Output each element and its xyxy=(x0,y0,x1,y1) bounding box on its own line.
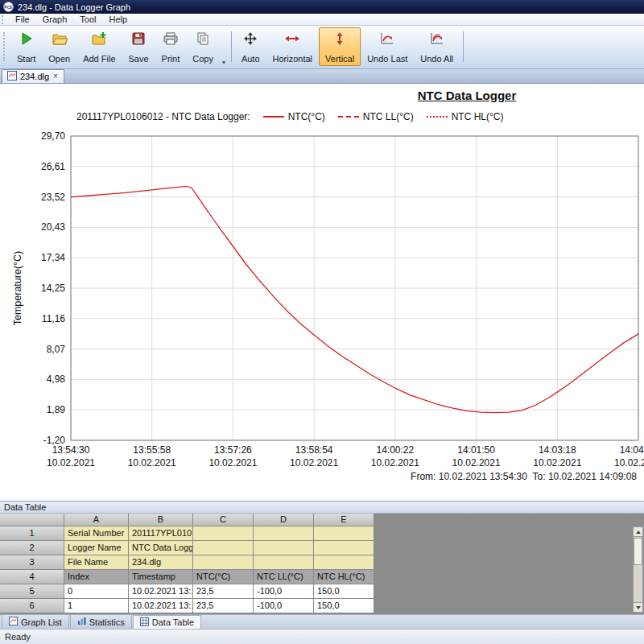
row-number[interactable]: 3 xyxy=(0,555,64,570)
tab-234dlg[interactable]: 234.dlg xyxy=(2,69,64,83)
zoom-horizontal-button[interactable]: Horizontal xyxy=(266,27,320,66)
time-range-label: From: 10.02.2021 13:54:30 To: 10.02.2021… xyxy=(411,471,637,482)
y-tick-label: 23,52 xyxy=(41,192,65,203)
tab-statistics-label: Statistics xyxy=(89,617,125,627)
scroll-up-icon[interactable] xyxy=(634,527,642,537)
table-cell[interactable]: 23,5 xyxy=(193,584,254,599)
x-tick-date: 10.02.2021 xyxy=(371,457,419,469)
table-cell[interactable]: NTC(°C) xyxy=(193,570,254,584)
table-cell[interactable]: 23,5 xyxy=(193,599,254,613)
menu-file[interactable]: File xyxy=(9,14,36,25)
y-tick-label: 26,61 xyxy=(41,161,65,172)
table-scrollbar[interactable] xyxy=(633,526,643,613)
x-tick-date: 10.02.2021 xyxy=(533,457,581,469)
x-tick-date: 10.02.2021 xyxy=(290,457,338,469)
table-cell[interactable]: 234.dlg xyxy=(129,555,193,570)
column-header-d[interactable]: D xyxy=(254,514,314,526)
row-number[interactable]: 1 xyxy=(0,526,64,541)
toolbar-grip-handle[interactable] xyxy=(3,32,7,61)
undo-all-label: Undo All xyxy=(420,54,453,64)
tab-graph-list-label: Graph List xyxy=(21,617,62,627)
table-cell[interactable]: NTC Data Logger xyxy=(129,541,193,555)
menu-grip-handle[interactable] xyxy=(2,15,6,24)
table-cell[interactable]: 10.02.2021 13:... xyxy=(129,584,193,599)
legend-device-label: 201117YPL0106012 - NTC Data Logger: xyxy=(76,111,250,122)
table-cell[interactable]: 201117YPL010... xyxy=(129,526,193,541)
table-cell[interactable] xyxy=(193,541,254,555)
table-cell[interactable] xyxy=(254,555,314,570)
legend-solid-line-icon xyxy=(263,116,284,118)
table-cell[interactable] xyxy=(314,526,374,541)
table-cell[interactable] xyxy=(314,541,374,555)
table-cell[interactable]: 150,0 xyxy=(314,584,374,599)
copy-button[interactable]: Copy xyxy=(186,27,220,66)
legend-item-ntc: NTC(°C) xyxy=(263,111,325,122)
table-cell[interactable]: NTC LL(°C) xyxy=(254,570,314,584)
add-file-icon xyxy=(91,31,107,47)
zoom-auto-button[interactable]: Auto xyxy=(235,27,266,66)
tab-data-table[interactable]: Data Table xyxy=(133,615,201,629)
row-number[interactable]: 4 xyxy=(0,570,64,584)
column-header-e[interactable]: E xyxy=(314,514,374,526)
x-tick-time: 13:58:54 xyxy=(295,444,333,456)
menu-graph[interactable]: Graph xyxy=(36,14,74,25)
table-row: 2Logger NameNTC Data Logger xyxy=(0,541,644,555)
table-cell[interactable]: Timestamp xyxy=(129,570,193,584)
zoom-vertical-button[interactable]: Vertical xyxy=(319,27,361,66)
table-corner-cell[interactable] xyxy=(0,514,64,526)
print-button[interactable]: Print xyxy=(155,27,187,66)
undo-all-button[interactable]: Undo All xyxy=(414,27,460,66)
row-number[interactable]: 5 xyxy=(0,584,64,599)
save-button[interactable]: Save xyxy=(122,27,155,66)
table-cell[interactable] xyxy=(193,526,254,541)
table-cell[interactable]: -100,0 xyxy=(254,584,314,599)
row-number[interactable]: 6 xyxy=(0,599,64,613)
table-cell[interactable]: Logger Name xyxy=(64,541,129,555)
legend-item-ntc-ll: NTC LL(°C) xyxy=(338,111,414,122)
column-header-b[interactable]: B xyxy=(129,514,193,526)
menu-help[interactable]: Help xyxy=(103,14,134,25)
data-table-panel-header[interactable]: Data Table xyxy=(0,502,644,514)
y-tick-label: 4,98 xyxy=(47,374,66,385)
table-cell[interactable]: File Name xyxy=(64,555,129,570)
table-cell[interactable]: 150,0 xyxy=(314,599,374,613)
table-cell[interactable]: NTC HL(°C) xyxy=(314,570,374,584)
tab-graph-list[interactable]: Graph List xyxy=(2,615,69,629)
legend-label-ntc: NTC(°C) xyxy=(288,111,325,122)
table-cell[interactable]: 0 xyxy=(64,584,129,599)
undo-last-button[interactable]: Undo Last xyxy=(361,27,414,66)
open-button[interactable]: Open xyxy=(42,27,76,66)
chart-panel: 13:54:3010.02.202113:55:5810.02.202113:5… xyxy=(0,84,644,502)
vertical-label: Vertical xyxy=(325,54,354,64)
y-axis-title: Temperature(°C) xyxy=(12,251,23,326)
tab-close-icon[interactable] xyxy=(52,72,59,80)
y-tick-label: -1,20 xyxy=(43,435,66,446)
table-cell[interactable]: Index xyxy=(64,570,129,584)
y-tick-label: 8,07 xyxy=(47,344,66,355)
start-button[interactable]: Start xyxy=(10,27,42,66)
table-cell[interactable] xyxy=(193,555,254,570)
table-cell[interactable] xyxy=(314,555,374,570)
menu-tool[interactable]: Tool xyxy=(73,14,102,25)
table-cell[interactable]: -100,0 xyxy=(254,599,314,613)
row-number[interactable]: 2 xyxy=(0,541,64,555)
scroll-down-icon[interactable] xyxy=(634,602,642,612)
table-cell[interactable] xyxy=(254,526,314,541)
legend-label-ntc-ll: NTC LL(°C) xyxy=(363,111,414,122)
document-tab-bar: 234.dlg xyxy=(0,69,644,84)
tab-statistics[interactable]: Statistics xyxy=(70,615,132,629)
table-cell[interactable]: 1 xyxy=(64,599,129,613)
toolbar-overflow-button[interactable] xyxy=(220,27,228,66)
column-header-c[interactable]: C xyxy=(193,514,254,526)
table-cell[interactable] xyxy=(254,541,314,555)
spreadsheet-grid: ABCDE1Serial Number201117YPL010...2Logge… xyxy=(0,514,644,613)
add-file-button[interactable]: Add File xyxy=(76,27,122,66)
table-cell[interactable]: 10.02.2021 13:... xyxy=(129,599,193,613)
x-tick-date: 10.02.2021 xyxy=(208,457,257,469)
column-header-a[interactable]: A xyxy=(64,514,129,526)
scrollbar-thumb[interactable] xyxy=(634,538,642,565)
vertical-arrows-icon xyxy=(332,31,347,47)
table-cell[interactable]: Serial Number xyxy=(64,526,129,541)
legend-item-ntc-hl: NTC HL(°C) xyxy=(427,111,504,122)
chart-plot[interactable]: 13:54:3010.02.202113:55:5810.02.202113:5… xyxy=(0,84,644,502)
